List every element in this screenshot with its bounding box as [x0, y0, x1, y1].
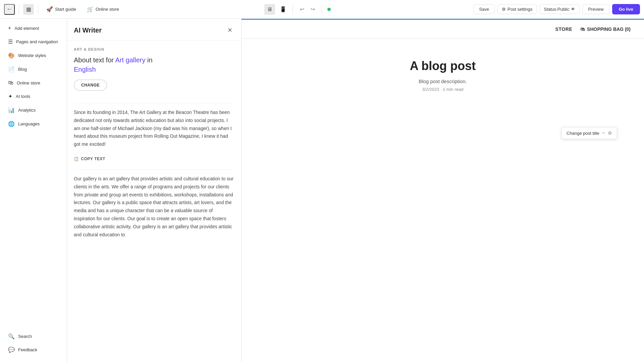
shopping-bag-button[interactable]: 🛍 SHOPPING BAG (0): [580, 26, 631, 32]
back-icon: ←: [6, 6, 12, 13]
ai-text-2: Our gallery is an art gallery that provi…: [74, 175, 234, 239]
golive-button[interactable]: Go live: [612, 4, 640, 14]
brush-icon: 🎨: [8, 52, 15, 59]
ai-panel-content: ART & DESIGN About text for Art gallery …: [67, 41, 241, 362]
rocket-icon: 🚀: [46, 6, 53, 12]
sidebar-item-pages-nav[interactable]: ☰ Pages and navigation: [3, 35, 64, 48]
languages-icon: 🌐: [8, 121, 15, 127]
post-settings-label: Post settings: [507, 7, 532, 12]
start-guide-button[interactable]: 🚀 Start guide: [42, 4, 80, 14]
sidebar-label-blog: Blog: [18, 67, 27, 72]
save-button[interactable]: Save: [473, 4, 495, 14]
shopping-bag-icon: 🛍: [580, 26, 585, 32]
tooltip-gear-icon[interactable]: ⚙: [608, 130, 612, 136]
sidebar-item-website-styles[interactable]: 🎨 Website styles: [3, 49, 64, 62]
subject-prefix: About text for: [74, 56, 114, 64]
ai-writer-panel: AI Writer ✕ ART & DESIGN About text for …: [67, 19, 241, 362]
sidebar-label-analytics: Analytics: [18, 108, 36, 113]
ai-text-1: Since its founding in 2014, The Art Gall…: [74, 109, 234, 148]
topbar-divider3: [292, 5, 293, 14]
start-guide-label: Start guide: [55, 7, 76, 12]
sidebar-label-ai-tools: AI tools: [16, 94, 30, 99]
subject-link1-text[interactable]: Art gallery: [115, 56, 145, 64]
status-button[interactable]: Status:Public 👁: [540, 4, 580, 14]
copy-icon: 📋: [74, 157, 79, 161]
sidebar-label-search: Search: [18, 334, 32, 339]
blog-content: A blog post Blog post description. 3/2/2…: [309, 39, 577, 119]
topbar-divider2: [38, 5, 38, 14]
online-store-topbar-label: Online store: [96, 7, 119, 12]
settings-icon: ⚙: [502, 7, 506, 12]
sidebar-item-search[interactable]: 🔍 Search: [3, 330, 64, 343]
add-icon: +: [8, 25, 11, 31]
pages-icon: ☰: [8, 39, 13, 45]
topbar-right: Save ⚙ Post settings Status:Public 👁 Pre…: [473, 4, 640, 14]
online-store-topbar-button[interactable]: 🛒 Online store: [83, 4, 123, 14]
blog-title: A blog post: [322, 59, 564, 73]
search-icon: 🔍: [8, 333, 15, 340]
layout-view-button[interactable]: ▦: [23, 4, 34, 15]
undo-button[interactable]: ↩: [297, 4, 307, 14]
redo-button[interactable]: ↪: [308, 4, 318, 14]
mobile-view-button[interactable]: 📱: [278, 4, 288, 15]
category-label: ART & DESIGN: [74, 47, 234, 51]
sidebar-label-languages: Languages: [18, 121, 40, 126]
sidebar-item-blog[interactable]: 📄 Blog: [3, 63, 64, 76]
preview-button[interactable]: Preview: [582, 4, 609, 14]
store-link[interactable]: STORE: [555, 26, 572, 32]
undo-icon: ↩: [300, 6, 304, 12]
status-label: Status:Public: [544, 7, 570, 12]
sidebar-item-feedback[interactable]: 💬 Feedback: [3, 343, 64, 356]
topbar: ← ▦ 🚀 Start guide 🛒 Online store 🖥 📱 ↩: [0, 0, 644, 19]
undo-redo-group: ↩ ↪: [297, 4, 318, 14]
ai-panel-title: AI Writer: [74, 26, 102, 34]
layout-icon: ▦: [26, 6, 31, 12]
blog-meta: 3/2/2023 · 1 min read: [322, 87, 564, 92]
canvas-area: STORE 🛍 SHOPPING BAG (0) A blog post Blo…: [241, 19, 644, 362]
sidebar-item-online-store[interactable]: 🛍 Online store: [3, 76, 64, 89]
sidebar-label-website-styles: Website styles: [18, 53, 46, 58]
post-settings-button[interactable]: ⚙ Post settings: [497, 4, 537, 14]
topbar-divider4: [322, 5, 322, 14]
tooltip-minimize-button[interactable]: −: [602, 130, 605, 136]
eye-icon: 👁: [571, 7, 575, 12]
subject-middle: in: [147, 56, 153, 64]
ai-icon: ✦: [8, 93, 12, 100]
ai-divider2: [74, 169, 234, 170]
sidebar-label-pages-nav: Pages and navigation: [16, 39, 58, 44]
status-dot: [327, 8, 331, 11]
sidebar-label-online-store: Online store: [17, 80, 40, 85]
store-header: STORE 🛍 SHOPPING BAG (0): [241, 20, 644, 39]
mobile-icon: 📱: [280, 6, 286, 12]
sidebar-bottom: 🔍 Search 💬 Feedback: [0, 329, 67, 359]
topbar-divider: [19, 5, 19, 14]
feedback-icon: 💬: [8, 347, 15, 353]
ai-subject-title: About text for Art gallery in English: [74, 55, 234, 74]
subject-link2-text[interactable]: English: [74, 66, 96, 73]
change-post-title-tooltip: Change post title − ⚙: [561, 127, 617, 139]
back-button[interactable]: ←: [4, 4, 15, 15]
sidebar-item-languages[interactable]: 🌐 Languages: [3, 117, 64, 130]
ai-panel-header: AI Writer ✕: [67, 19, 241, 41]
store-icon: 🛍: [8, 80, 13, 86]
change-button[interactable]: CHANGE: [74, 79, 107, 91]
change-post-title-label: Change post title: [567, 131, 599, 136]
copy-text-row[interactable]: 📋 COPY TEXT: [74, 154, 234, 164]
desktop-view-button[interactable]: 🖥: [264, 4, 275, 15]
sidebar-item-add-element[interactable]: + Add element: [3, 22, 64, 35]
ai-divider1: [74, 103, 234, 103]
canvas-inner: STORE 🛍 SHOPPING BAG (0) A blog post Blo…: [241, 20, 644, 362]
blog-description: Blog post description.: [322, 78, 564, 84]
close-icon: ✕: [227, 26, 232, 34]
cart-icon: 🛒: [87, 6, 94, 12]
left-sidebar: + Add element ☰ Pages and navigation 🎨 W…: [0, 19, 67, 362]
topbar-left: ← ▦ 🚀 Start guide 🛒 Online store: [4, 4, 123, 15]
sidebar-item-analytics[interactable]: 📊 Analytics: [3, 104, 64, 117]
desktop-icon: 🖥: [267, 6, 272, 12]
sidebar-item-ai-tools[interactable]: ✦ AI tools: [3, 90, 64, 103]
analytics-icon: 📊: [8, 107, 15, 113]
redo-icon: ↪: [311, 6, 315, 12]
shopping-bag-label: SHOPPING BAG (0): [587, 26, 631, 32]
topbar-center: 🖥 📱 ↩ ↪: [126, 4, 471, 15]
close-ai-panel-button[interactable]: ✕: [225, 25, 234, 35]
